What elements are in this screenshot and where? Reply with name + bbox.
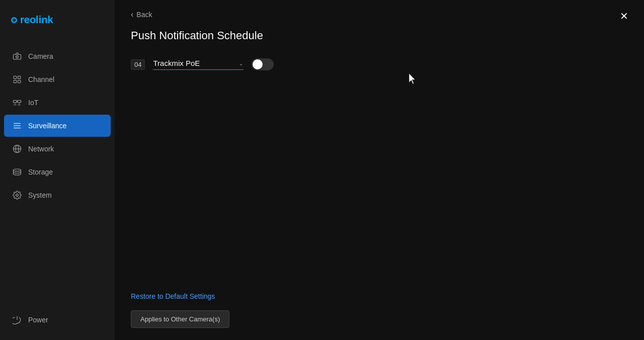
sidebar-item-storage[interactable]: Storage [4, 161, 111, 183]
back-link[interactable]: ‹ Back [131, 10, 152, 19]
power-label: Power [28, 316, 48, 324]
back-arrow-icon: ‹ [131, 10, 133, 19]
svg-point-4 [16, 56, 19, 58]
sidebar-bottom: Power [0, 304, 115, 340]
sidebar-item-surveillance[interactable]: Surveillance [4, 115, 111, 137]
svg-rect-8 [18, 80, 21, 83]
svg-text:reolink: reolink [20, 14, 53, 25]
sidebar-item-label: System [28, 191, 52, 199]
svg-rect-6 [18, 76, 21, 78]
svg-point-1 [13, 19, 16, 22]
network-icon [12, 144, 22, 154]
power-item[interactable]: Power [8, 310, 107, 330]
logo-area: reolink [0, 0, 115, 45]
notification-toggle[interactable] [252, 58, 274, 70]
cursor-indicator [409, 73, 417, 84]
sidebar-item-label: IoT [28, 99, 38, 107]
sidebar: reolink Camera Channel IoT [0, 0, 115, 340]
iot-icon [12, 98, 22, 108]
storage-icon [12, 167, 22, 177]
toggle-track [252, 58, 274, 70]
svg-rect-5 [14, 76, 16, 78]
applies-to-other-cameras-button[interactable]: Applies to Other Camera(s) [131, 310, 229, 328]
sidebar-item-channel[interactable]: Channel [4, 68, 111, 91]
svg-point-17 [14, 169, 21, 172]
sidebar-item-label: Network [28, 145, 54, 153]
svg-point-18 [16, 194, 19, 197]
back-label: Back [136, 11, 152, 19]
sidebar-item-label: Channel [28, 75, 54, 83]
page-title: Push Notification Schedule [131, 29, 628, 42]
bottom-area: Restore to Default Settings Applies to O… [131, 292, 628, 328]
system-icon [12, 190, 22, 200]
svg-rect-10 [18, 101, 21, 103]
sidebar-item-network[interactable]: Network [4, 138, 111, 160]
sidebar-item-label: Surveillance [28, 122, 66, 130]
channel-badge: 04 [131, 59, 145, 70]
main-content: ✕ ‹ Back Push Notification Schedule 04 T… [115, 0, 644, 340]
camera-icon [12, 51, 22, 61]
sidebar-item-label: Storage [28, 168, 53, 176]
sidebar-item-iot[interactable]: IoT [4, 92, 111, 114]
sidebar-item-system[interactable]: System [4, 184, 111, 206]
svg-rect-7 [14, 80, 16, 83]
channel-dropdown[interactable]: Trackmix PoE ⌄ [153, 59, 244, 70]
sidebar-item-label: Camera [28, 52, 53, 60]
chevron-down-icon: ⌄ [238, 60, 244, 67]
sidebar-item-camera[interactable]: Camera [4, 45, 111, 67]
restore-defaults-link[interactable]: Restore to Default Settings [131, 292, 215, 300]
toggle-knob [253, 59, 263, 69]
channel-icon [12, 74, 22, 84]
reolink-logo: reolink [10, 11, 80, 29]
channel-row: 04 Trackmix PoE ⌄ [131, 58, 628, 70]
close-button[interactable]: ✕ [616, 8, 632, 24]
nav-items: Camera Channel IoT Surveillance [0, 45, 115, 304]
surveillance-icon [12, 121, 22, 131]
channel-select-text: Trackmix PoE [153, 59, 234, 67]
svg-rect-3 [14, 54, 21, 59]
svg-rect-9 [14, 101, 17, 103]
power-icon [12, 315, 22, 325]
